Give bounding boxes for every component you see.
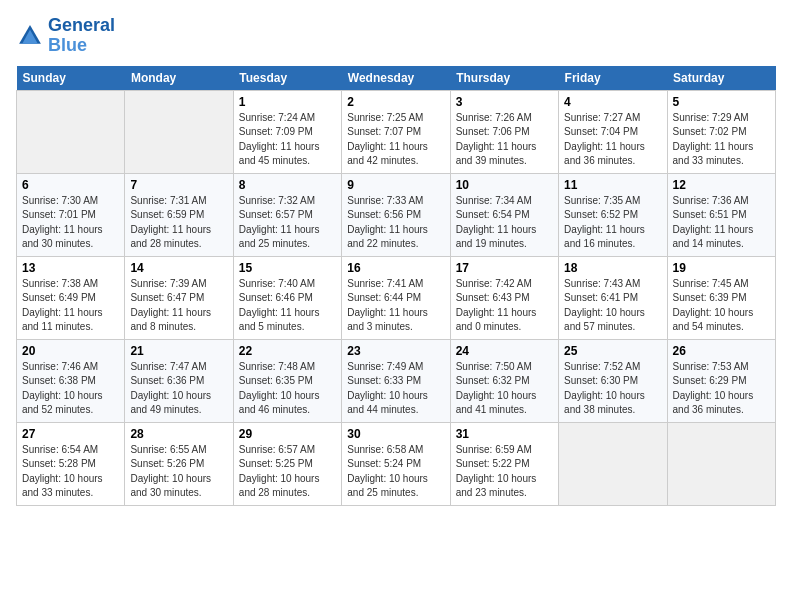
day-cell: 19Sunrise: 7:45 AM Sunset: 6:39 PM Dayli…	[667, 256, 775, 339]
day-number: 23	[347, 344, 444, 358]
day-cell	[125, 90, 233, 173]
week-row-2: 6Sunrise: 7:30 AM Sunset: 7:01 PM Daylig…	[17, 173, 776, 256]
weekday-header-tuesday: Tuesday	[233, 66, 341, 91]
day-number: 1	[239, 95, 336, 109]
weekday-header-friday: Friday	[559, 66, 667, 91]
day-cell	[17, 90, 125, 173]
day-info: Sunrise: 6:58 AM Sunset: 5:24 PM Dayligh…	[347, 443, 444, 501]
day-cell: 25Sunrise: 7:52 AM Sunset: 6:30 PM Dayli…	[559, 339, 667, 422]
day-cell: 4Sunrise: 7:27 AM Sunset: 7:04 PM Daylig…	[559, 90, 667, 173]
page-header: General Blue	[16, 16, 776, 56]
day-number: 21	[130, 344, 227, 358]
day-number: 29	[239, 427, 336, 441]
day-number: 25	[564, 344, 661, 358]
day-cell: 14Sunrise: 7:39 AM Sunset: 6:47 PM Dayli…	[125, 256, 233, 339]
day-number: 9	[347, 178, 444, 192]
day-info: Sunrise: 7:41 AM Sunset: 6:44 PM Dayligh…	[347, 277, 444, 335]
day-number: 17	[456, 261, 553, 275]
day-cell: 22Sunrise: 7:48 AM Sunset: 6:35 PM Dayli…	[233, 339, 341, 422]
day-cell: 29Sunrise: 6:57 AM Sunset: 5:25 PM Dayli…	[233, 422, 341, 505]
day-info: Sunrise: 7:25 AM Sunset: 7:07 PM Dayligh…	[347, 111, 444, 169]
day-number: 31	[456, 427, 553, 441]
logo: General Blue	[16, 16, 115, 56]
day-cell: 31Sunrise: 6:59 AM Sunset: 5:22 PM Dayli…	[450, 422, 558, 505]
day-cell: 18Sunrise: 7:43 AM Sunset: 6:41 PM Dayli…	[559, 256, 667, 339]
day-cell: 7Sunrise: 7:31 AM Sunset: 6:59 PM Daylig…	[125, 173, 233, 256]
day-number: 7	[130, 178, 227, 192]
day-number: 22	[239, 344, 336, 358]
logo-text: General Blue	[48, 16, 115, 56]
day-cell: 23Sunrise: 7:49 AM Sunset: 6:33 PM Dayli…	[342, 339, 450, 422]
day-info: Sunrise: 7:43 AM Sunset: 6:41 PM Dayligh…	[564, 277, 661, 335]
day-cell: 21Sunrise: 7:47 AM Sunset: 6:36 PM Dayli…	[125, 339, 233, 422]
day-info: Sunrise: 7:46 AM Sunset: 6:38 PM Dayligh…	[22, 360, 119, 418]
day-info: Sunrise: 7:26 AM Sunset: 7:06 PM Dayligh…	[456, 111, 553, 169]
day-info: Sunrise: 7:49 AM Sunset: 6:33 PM Dayligh…	[347, 360, 444, 418]
day-number: 3	[456, 95, 553, 109]
day-number: 20	[22, 344, 119, 358]
day-cell: 2Sunrise: 7:25 AM Sunset: 7:07 PM Daylig…	[342, 90, 450, 173]
day-cell: 10Sunrise: 7:34 AM Sunset: 6:54 PM Dayli…	[450, 173, 558, 256]
day-info: Sunrise: 7:50 AM Sunset: 6:32 PM Dayligh…	[456, 360, 553, 418]
day-info: Sunrise: 7:53 AM Sunset: 6:29 PM Dayligh…	[673, 360, 770, 418]
day-info: Sunrise: 7:24 AM Sunset: 7:09 PM Dayligh…	[239, 111, 336, 169]
calendar-table: SundayMondayTuesdayWednesdayThursdayFrid…	[16, 66, 776, 506]
day-info: Sunrise: 7:48 AM Sunset: 6:35 PM Dayligh…	[239, 360, 336, 418]
week-row-3: 13Sunrise: 7:38 AM Sunset: 6:49 PM Dayli…	[17, 256, 776, 339]
day-info: Sunrise: 7:27 AM Sunset: 7:04 PM Dayligh…	[564, 111, 661, 169]
day-info: Sunrise: 7:39 AM Sunset: 6:47 PM Dayligh…	[130, 277, 227, 335]
day-cell: 12Sunrise: 7:36 AM Sunset: 6:51 PM Dayli…	[667, 173, 775, 256]
day-info: Sunrise: 7:38 AM Sunset: 6:49 PM Dayligh…	[22, 277, 119, 335]
day-info: Sunrise: 6:54 AM Sunset: 5:28 PM Dayligh…	[22, 443, 119, 501]
day-cell: 15Sunrise: 7:40 AM Sunset: 6:46 PM Dayli…	[233, 256, 341, 339]
day-info: Sunrise: 6:59 AM Sunset: 5:22 PM Dayligh…	[456, 443, 553, 501]
day-info: Sunrise: 7:36 AM Sunset: 6:51 PM Dayligh…	[673, 194, 770, 252]
weekday-header-wednesday: Wednesday	[342, 66, 450, 91]
day-cell: 24Sunrise: 7:50 AM Sunset: 6:32 PM Dayli…	[450, 339, 558, 422]
day-number: 24	[456, 344, 553, 358]
day-info: Sunrise: 7:35 AM Sunset: 6:52 PM Dayligh…	[564, 194, 661, 252]
day-number: 8	[239, 178, 336, 192]
day-info: Sunrise: 6:55 AM Sunset: 5:26 PM Dayligh…	[130, 443, 227, 501]
day-cell: 3Sunrise: 7:26 AM Sunset: 7:06 PM Daylig…	[450, 90, 558, 173]
day-number: 11	[564, 178, 661, 192]
weekday-header-sunday: Sunday	[17, 66, 125, 91]
day-number: 19	[673, 261, 770, 275]
weekday-header-monday: Monday	[125, 66, 233, 91]
day-cell	[559, 422, 667, 505]
day-cell: 27Sunrise: 6:54 AM Sunset: 5:28 PM Dayli…	[17, 422, 125, 505]
day-info: Sunrise: 7:40 AM Sunset: 6:46 PM Dayligh…	[239, 277, 336, 335]
day-number: 14	[130, 261, 227, 275]
weekday-header-row: SundayMondayTuesdayWednesdayThursdayFrid…	[17, 66, 776, 91]
day-cell: 5Sunrise: 7:29 AM Sunset: 7:02 PM Daylig…	[667, 90, 775, 173]
day-cell	[667, 422, 775, 505]
day-number: 10	[456, 178, 553, 192]
day-number: 27	[22, 427, 119, 441]
day-info: Sunrise: 7:45 AM Sunset: 6:39 PM Dayligh…	[673, 277, 770, 335]
week-row-4: 20Sunrise: 7:46 AM Sunset: 6:38 PM Dayli…	[17, 339, 776, 422]
week-row-5: 27Sunrise: 6:54 AM Sunset: 5:28 PM Dayli…	[17, 422, 776, 505]
day-info: Sunrise: 7:52 AM Sunset: 6:30 PM Dayligh…	[564, 360, 661, 418]
day-cell: 6Sunrise: 7:30 AM Sunset: 7:01 PM Daylig…	[17, 173, 125, 256]
day-info: Sunrise: 7:42 AM Sunset: 6:43 PM Dayligh…	[456, 277, 553, 335]
day-cell: 11Sunrise: 7:35 AM Sunset: 6:52 PM Dayli…	[559, 173, 667, 256]
day-info: Sunrise: 7:47 AM Sunset: 6:36 PM Dayligh…	[130, 360, 227, 418]
day-number: 2	[347, 95, 444, 109]
day-cell: 28Sunrise: 6:55 AM Sunset: 5:26 PM Dayli…	[125, 422, 233, 505]
day-cell: 20Sunrise: 7:46 AM Sunset: 6:38 PM Dayli…	[17, 339, 125, 422]
day-info: Sunrise: 7:32 AM Sunset: 6:57 PM Dayligh…	[239, 194, 336, 252]
day-cell: 9Sunrise: 7:33 AM Sunset: 6:56 PM Daylig…	[342, 173, 450, 256]
weekday-header-saturday: Saturday	[667, 66, 775, 91]
logo-icon	[16, 22, 44, 50]
day-cell: 17Sunrise: 7:42 AM Sunset: 6:43 PM Dayli…	[450, 256, 558, 339]
day-info: Sunrise: 7:30 AM Sunset: 7:01 PM Dayligh…	[22, 194, 119, 252]
day-cell: 26Sunrise: 7:53 AM Sunset: 6:29 PM Dayli…	[667, 339, 775, 422]
day-cell: 1Sunrise: 7:24 AM Sunset: 7:09 PM Daylig…	[233, 90, 341, 173]
day-number: 13	[22, 261, 119, 275]
day-number: 6	[22, 178, 119, 192]
day-cell: 30Sunrise: 6:58 AM Sunset: 5:24 PM Dayli…	[342, 422, 450, 505]
day-number: 30	[347, 427, 444, 441]
day-number: 12	[673, 178, 770, 192]
day-info: Sunrise: 7:34 AM Sunset: 6:54 PM Dayligh…	[456, 194, 553, 252]
day-info: Sunrise: 7:31 AM Sunset: 6:59 PM Dayligh…	[130, 194, 227, 252]
